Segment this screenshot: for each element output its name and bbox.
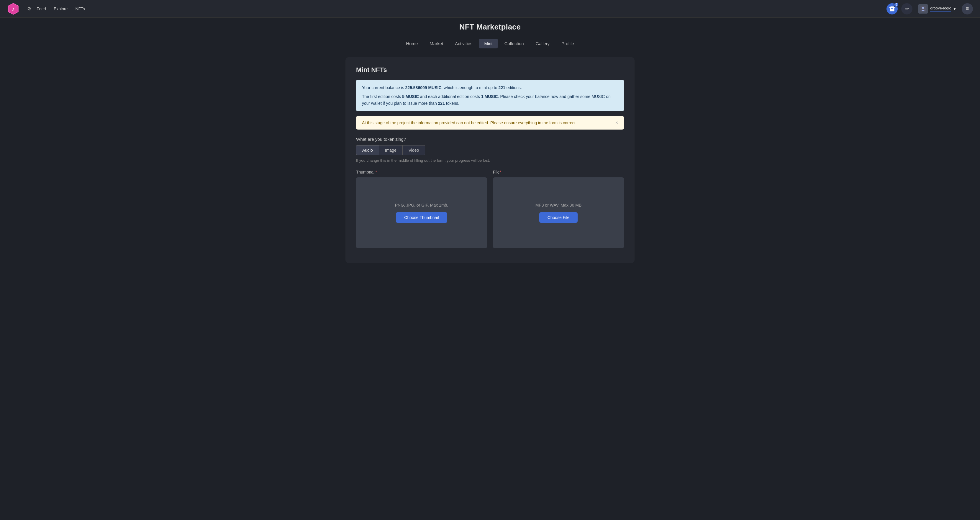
tab-video[interactable]: Video bbox=[402, 145, 425, 155]
thumbnail-required: * bbox=[375, 170, 377, 174]
warning-text: At this stage of the project the informa… bbox=[362, 120, 577, 125]
nfts-link[interactable]: NFTs bbox=[72, 5, 88, 13]
thumbnail-upload-area[interactable]: PNG, JPG, or GIF. Max 1mb. Choose Thumbn… bbox=[356, 177, 487, 248]
page-title: NFT Marketplace bbox=[0, 22, 980, 32]
feed-link[interactable]: Feed bbox=[33, 5, 49, 13]
cart-badge: 0 bbox=[894, 2, 899, 7]
mint-section-title: Mint NFTs bbox=[356, 66, 624, 74]
balance-line2-prefix: The first edition costs bbox=[362, 94, 402, 99]
balance-line2-end: tokens. bbox=[445, 101, 459, 106]
nav-mint[interactable]: Mint bbox=[479, 39, 498, 48]
nav-collection[interactable]: Collection bbox=[499, 39, 529, 48]
thumbnail-hint: PNG, JPG, or GIF. Max 1mb. bbox=[395, 203, 448, 207]
user-avatar bbox=[918, 4, 928, 14]
gear-icon[interactable]: ⚙ bbox=[25, 4, 33, 13]
tokenize-label: What are you tokenizing? bbox=[356, 137, 624, 142]
nav-market[interactable]: Market bbox=[424, 39, 449, 48]
warning-box: At this stage of the project the informa… bbox=[356, 116, 624, 129]
user-menu-button[interactable]: groove-logic ▾ bbox=[916, 3, 958, 15]
edit-icon: ✏ bbox=[905, 6, 909, 11]
nav-activities[interactable]: Activities bbox=[450, 39, 477, 48]
edit-button[interactable]: ✏ bbox=[901, 3, 912, 14]
tab-image[interactable]: Image bbox=[379, 145, 402, 155]
file-upload-area[interactable]: MP3 or WAV. Max 30 MB Choose File bbox=[493, 177, 624, 248]
main-content: Mint NFTs Your current balance is 225.58… bbox=[340, 57, 640, 275]
balance-line2-mid: and each additional edition costs bbox=[419, 94, 481, 99]
thumbnail-label: Thumbnail* bbox=[356, 170, 487, 174]
tab-audio[interactable]: Audio bbox=[356, 145, 379, 155]
choose-file-button[interactable]: Choose File bbox=[539, 212, 578, 223]
user-name: groove-logic bbox=[930, 6, 951, 11]
choose-thumbnail-button[interactable]: Choose Thumbnail bbox=[396, 212, 447, 223]
main-nav: Home Market Activities Mint Collection G… bbox=[0, 33, 980, 51]
navbar: ♪ ⚙ Feed Explore NFTs 0 ✏ bbox=[0, 0, 980, 18]
navbar-links: Feed Explore NFTs bbox=[33, 5, 88, 13]
chevron-down-icon: ▾ bbox=[953, 6, 956, 11]
svg-point-3 bbox=[922, 6, 924, 8]
warning-close-button[interactable]: × bbox=[616, 120, 618, 125]
type-hint: If you change this in the middle of fill… bbox=[356, 158, 624, 163]
page-title-area: NFT Marketplace bbox=[0, 18, 980, 33]
cart-button[interactable]: 0 bbox=[886, 3, 898, 14]
svg-text:♪: ♪ bbox=[12, 6, 15, 12]
navbar-right: 0 ✏ groove-logic ▾ ≡ bbox=[886, 3, 973, 15]
file-group: File* MP3 or WAV. Max 30 MB Choose File bbox=[493, 170, 624, 248]
extra-cost-value: 1 MUSIC bbox=[481, 94, 498, 99]
balance-line1-end: editions. bbox=[505, 85, 522, 90]
file-required: * bbox=[500, 170, 501, 174]
balance-line2: The first edition costs 5 MUSIC and each… bbox=[362, 93, 618, 107]
balance-info-box: Your current balance is 225.586099 MUSIC… bbox=[356, 80, 624, 111]
editions-value: 221 bbox=[498, 85, 505, 90]
explore-link[interactable]: Explore bbox=[51, 5, 70, 13]
nav-profile[interactable]: Profile bbox=[556, 39, 579, 48]
app-logo[interactable]: ♪ bbox=[7, 3, 19, 15]
menu-icon: ≡ bbox=[966, 6, 969, 12]
max-tokens-value: 221 bbox=[438, 101, 445, 106]
type-tabs: Audio Image Video bbox=[356, 145, 624, 155]
hamburger-menu-button[interactable]: ≡ bbox=[962, 3, 973, 14]
balance-value: 225.586099 MUSIC bbox=[405, 85, 442, 90]
balance-line1: Your current balance is 225.586099 MUSIC… bbox=[362, 85, 618, 91]
nav-gallery[interactable]: Gallery bbox=[530, 39, 555, 48]
file-hint: MP3 or WAV. Max 30 MB bbox=[535, 203, 582, 207]
balance-line1-prefix: Your current balance is bbox=[362, 85, 405, 90]
first-cost-value: 5 MUSIC bbox=[402, 94, 419, 99]
nav-home[interactable]: Home bbox=[401, 39, 423, 48]
mint-card: Mint NFTs Your current balance is 225.58… bbox=[345, 57, 635, 263]
balance-line1-suffix: , which is enough to mint up to bbox=[442, 85, 498, 90]
file-label: File* bbox=[493, 170, 624, 174]
thumbnail-group: Thumbnail* PNG, JPG, or GIF. Max 1mb. Ch… bbox=[356, 170, 487, 248]
upload-row: Thumbnail* PNG, JPG, or GIF. Max 1mb. Ch… bbox=[356, 170, 624, 248]
